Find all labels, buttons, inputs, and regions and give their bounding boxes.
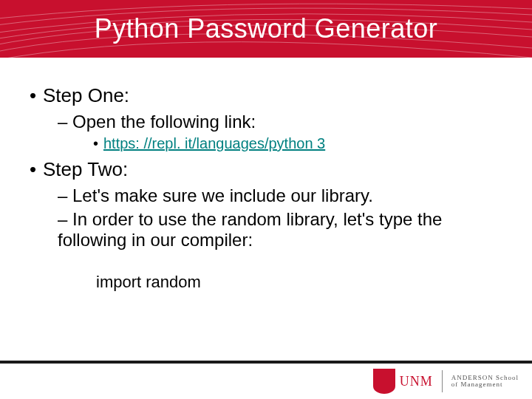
step-two-label: Step Two:: [43, 158, 128, 180]
step-one-label: Step One:: [43, 84, 129, 106]
unm-logo: UNM ANDERSON School of Management: [373, 369, 519, 394]
shield-icon: [373, 369, 395, 394]
code-line: import random: [96, 273, 510, 292]
slide-title: Python Password Generator: [95, 13, 438, 44]
slide-header: Python Password Generator: [0, 0, 532, 58]
open-link-text: – Open the following link:: [58, 112, 256, 132]
logo-school-line2: of Management: [451, 381, 519, 388]
slide-body: •Step One: – Open the following link: •h…: [0, 58, 532, 399]
bullet-type-following: – In order to use the random library, le…: [58, 209, 510, 250]
repl-link[interactable]: https: //repl. it/languages/python 3: [103, 135, 325, 151]
logo-school-text: ANDERSON School of Management: [451, 375, 519, 388]
bullet-open-link: – Open the following link:: [58, 112, 510, 132]
logo-divider: [442, 370, 443, 392]
import-random-code: import random: [96, 273, 201, 291]
type-following-text: – In order to use the random library, le…: [58, 209, 442, 250]
bullet-dot-icon: •: [30, 84, 43, 107]
bullet-step-one: •Step One:: [30, 84, 510, 107]
slide-footer: UNM ANDERSON School of Management: [0, 361, 532, 399]
bullet-include-library: – Let's make sure we include our library…: [58, 185, 510, 206]
logo-unm-text: UNM: [400, 374, 433, 389]
bullet-link-row: •https: //repl. it/languages/python 3: [93, 135, 510, 152]
include-library-text: – Let's make sure we include our library…: [58, 185, 373, 205]
bullet-dot-icon: •: [93, 135, 103, 152]
bullet-step-two: •Step Two:: [30, 158, 510, 181]
slide: Python Password Generator •Step One: – O…: [0, 0, 532, 399]
bullet-dot-icon: •: [30, 158, 43, 181]
